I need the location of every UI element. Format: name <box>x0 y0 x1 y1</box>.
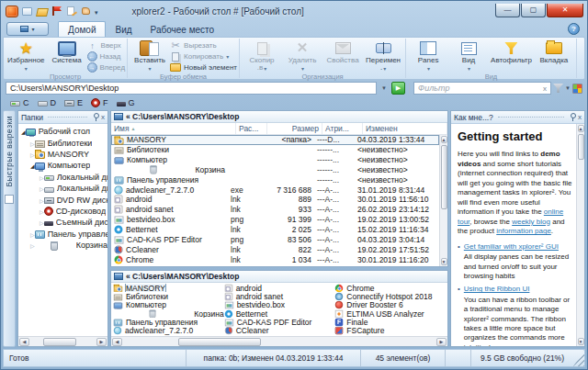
tree-item[interactable]: Панель управления <box>18 229 107 240</box>
maximize-button[interactable]: ▢ <box>521 4 546 17</box>
quick-clips-tab[interactable]: Быстрые вырезки <box>3 110 16 347</box>
tree-expander-icon[interactable] <box>40 184 44 193</box>
tree-expander-icon[interactable] <box>40 218 44 227</box>
list-item[interactable]: ELTIMA USB Analyzer <box>334 309 446 318</box>
list-item[interactable]: bestvideo.box <box>224 301 335 309</box>
tree-expander-icon[interactable] <box>40 173 44 182</box>
table-row[interactable]: Корзина ------... <неизвестно> <box>111 165 439 175</box>
back-button[interactable]: Назад <box>87 51 126 62</box>
list-item[interactable]: Betternet <box>224 309 335 318</box>
folders-hscrollbar[interactable]: ◀▶ <box>18 336 107 346</box>
list-item[interactable]: MANSORY <box>113 284 224 292</box>
ribbon-button[interactable]: Удалить ▾ <box>282 39 322 73</box>
close-panel-icon[interactable]: x <box>578 114 582 121</box>
list-item[interactable]: Библиотеки <box>113 292 224 300</box>
drive-button[interactable]: G <box>117 98 135 107</box>
bottom-pane-hscrollbar[interactable]: ◀▶ <box>111 336 447 346</box>
help-vscrollbar[interactable]: ▲▼ <box>576 124 584 346</box>
table-row[interactable]: Компьютер ------... <неизвестно> <box>111 155 439 165</box>
filter-dropdown-icon[interactable]: ▼ <box>565 85 571 91</box>
tree-expander-icon[interactable] <box>21 127 26 136</box>
list-item[interactable]: Connectify Hotspot 2018 <box>334 292 446 300</box>
table-row[interactable]: MANSORY <папка> ----D... 04.03.2019 1:33… <box>111 135 439 145</box>
tree-item[interactable]: Компьютер <box>18 160 107 171</box>
column-header-ext[interactable]: Рас... <box>236 123 267 134</box>
close-button[interactable]: ✕ <box>547 4 583 17</box>
ribbon-button[interactable]: Свойства ▾ <box>322 39 363 73</box>
quick-access-icon[interactable] <box>36 6 48 17</box>
list-item[interactable]: FSCapture <box>334 327 446 335</box>
tree-item[interactable]: Съемный диск <box>18 217 107 228</box>
up-button[interactable]: Вверх <box>87 40 126 50</box>
table-row[interactable]: android sanet lnk 933 ---A-... 26.02.201… <box>111 205 439 215</box>
tree-item[interactable]: Корзина <box>18 240 107 251</box>
tree-expander-icon[interactable] <box>30 241 35 250</box>
tree-item[interactable]: Локальный диск <box>18 183 107 194</box>
ribbon-button[interactable]: Найти ▾ <box>579 39 588 73</box>
quick-access-icon[interactable] <box>80 6 92 17</box>
help-link[interactable]: weekly blog <box>512 218 550 226</box>
table-row[interactable]: Betternet lnk 2 025 ---A-... 15.02.2019 … <box>111 225 439 235</box>
list-item[interactable]: Компьютер <box>113 301 224 309</box>
color-grid-icon[interactable] <box>572 84 582 94</box>
resize-grip[interactable] <box>573 350 584 366</box>
cut-button[interactable]: Вырезать <box>170 40 237 50</box>
table-row[interactable]: adwcleaner_7.2.7.0 exe 7 316 688 ---A-..… <box>111 185 439 195</box>
list-item[interactable]: adwcleaner_7.2.7.0 <box>113 327 224 335</box>
help-link[interactable]: information page <box>496 227 551 235</box>
ribbon-button[interactable]: Вкладка ▾ <box>534 39 574 73</box>
list-item[interactable]: Корзина <box>113 309 224 318</box>
table-row[interactable]: bestvideo.box png 91 399 ---A-... 19.02.… <box>111 215 439 225</box>
ribbon-button[interactable]: Скопир .в▾ <box>242 39 282 73</box>
drive-button[interactable]: C <box>10 98 29 107</box>
app-icon[interactable] <box>6 6 18 17</box>
help-link[interactable]: Get familiar with xplorer² GUI <box>464 242 559 252</box>
address-dropdown-icon[interactable]: ▼ <box>379 82 390 95</box>
drive-button[interactable]: F <box>91 98 108 107</box>
list-item[interactable]: Панель управления <box>113 318 224 326</box>
table-row[interactable]: Библиотеки ------... <неизвестно> <box>111 145 439 155</box>
table-row[interactable]: Chrome lnk 1 034 ---A-... 30.01.2019 11:… <box>111 254 439 264</box>
ribbon-tab[interactable]: Рабочее место <box>141 22 224 37</box>
table-row[interactable]: android lnk 889 ---A-... 30.01.2019 11:5… <box>111 195 439 205</box>
bottom-pane-titlebar[interactable]: « C:\Users\MANSORY\Desktop <box>111 271 447 283</box>
quick-access-icon[interactable] <box>51 6 62 17</box>
tree-expander-icon[interactable] <box>40 207 44 216</box>
column-header-attr[interactable]: Атри... <box>322 123 363 134</box>
list-item[interactable]: CCleaner <box>224 327 335 335</box>
paste-button[interactable]: Вставить ▾ <box>130 39 170 73</box>
tree-item[interactable]: MANSORY <box>18 149 107 160</box>
column-header-size[interactable]: Размер <box>267 123 322 134</box>
pin-icon[interactable] <box>569 113 576 121</box>
ribbon-button[interactable]: Переимен .▾ <box>363 39 403 73</box>
favorites-button[interactable]: Избранное ▾ <box>6 39 47 73</box>
tree-item[interactable]: DVD RW дисковод <box>18 194 107 205</box>
address-input[interactable]: C:\Users\MANSORY\Desktop <box>6 82 377 95</box>
copy-button[interactable]: Копировать▾ <box>170 51 237 62</box>
column-header-modified[interactable]: Изменен <box>363 123 447 134</box>
pin-icon[interactable] <box>92 113 99 121</box>
minimize-button[interactable]: — <box>495 4 520 17</box>
tree-expander-icon[interactable] <box>30 230 35 239</box>
quick-access-more-icon[interactable]: ▾ <box>95 6 98 17</box>
list-item[interactable]: Driver Booster 6 <box>334 301 446 309</box>
forward-button[interactable]: Вперед <box>87 62 126 73</box>
ribbon-button[interactable]: Вид ▾ <box>448 39 489 73</box>
new-item-button[interactable]: Новый элемент <box>170 62 237 73</box>
column-header-name[interactable]: Имя▲ <box>111 123 236 134</box>
list-item[interactable]: CAD-KAS PDF Editor <box>224 318 335 326</box>
system-button[interactable]: Система <box>47 39 87 73</box>
ribbon-tab[interactable]: Домой <box>58 21 106 37</box>
filter-funnel-icon[interactable] <box>553 84 563 93</box>
help-icon[interactable]: ? <box>568 23 580 35</box>
top-pane-vscrollbar[interactable]: ▲▼ <box>439 135 447 266</box>
tree-item[interactable]: CD-дисковод <box>18 206 107 217</box>
list-item[interactable]: Chrome <box>334 284 446 292</box>
list-item[interactable]: Finale <box>334 318 446 326</box>
tree-item[interactable]: Локальный диск <box>18 172 107 183</box>
close-panel-icon[interactable]: x <box>101 114 105 121</box>
tree-expander-icon[interactable] <box>30 161 35 170</box>
table-row[interactable]: Панель управления ------... <неизвестно> <box>111 174 439 185</box>
tree-item[interactable]: Рабочий стол <box>18 126 107 137</box>
table-row[interactable]: CAD-KAS PDF Editor png 83 506 ---A-... 0… <box>111 234 439 244</box>
